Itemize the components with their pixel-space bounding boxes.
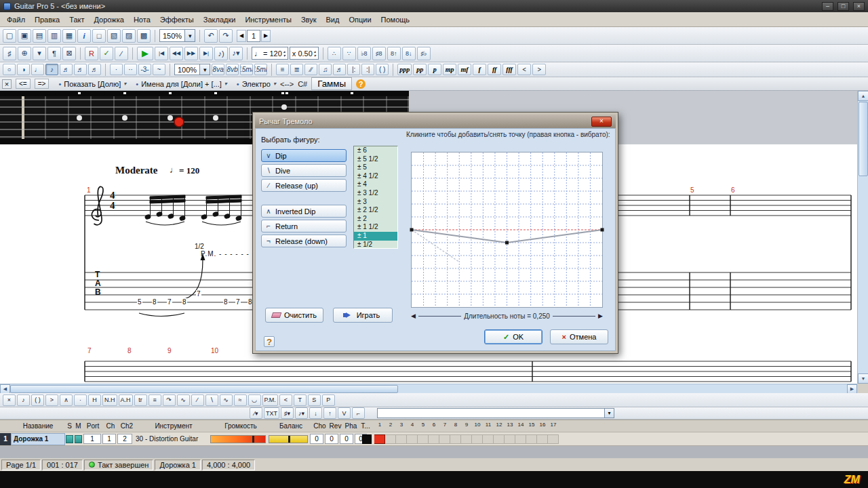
insert-arrows-button[interactable]: <-->	[280, 80, 294, 88]
new-button[interactable]: ▢	[3, 29, 16, 43]
bar-number-label[interactable]: 6	[429, 422, 439, 428]
electro-button[interactable]: • Электро ▾	[237, 80, 276, 88]
menu-item[interactable]: Помощь	[376, 14, 415, 26]
fx-grace-button[interactable]: ♪	[17, 394, 30, 406]
solo-toggle[interactable]	[66, 435, 73, 443]
bar-cell[interactable]	[439, 434, 450, 444]
menu-item[interactable]: Инструменты	[240, 14, 296, 26]
fx-accent-button[interactable]: >	[45, 394, 58, 406]
bar-cell[interactable]	[407, 434, 418, 444]
duration-eighth-button[interactable]: ♪	[45, 64, 58, 75]
amplitude-list[interactable]: ± 6± 5 1/2± 5± 4 1/2± 4± 3 1/2± 3± 2 1/2…	[353, 146, 398, 249]
phaser-value[interactable]: 0	[340, 434, 353, 444]
flat8-button[interactable]: ♭8	[357, 47, 371, 60]
amplitude-item[interactable]: ± 4 1/2	[354, 172, 397, 181]
slash-notation-button[interactable]: ∕∕	[304, 64, 317, 75]
bar-number-label[interactable]: 5	[418, 422, 429, 428]
duration-left-arrow[interactable]: ◀	[411, 312, 416, 319]
bar-number-label[interactable]: 1	[374, 422, 385, 428]
scroll-left-arrow[interactable]: ◀	[0, 384, 10, 394]
fx-staccato-button[interactable]: ·	[74, 394, 87, 406]
channel-value[interactable]: 1	[102, 434, 116, 444]
channel2-value[interactable]: 2	[117, 434, 132, 444]
figure-release-down-button[interactable]: ¬Release (down)	[261, 235, 347, 247]
open-button[interactable]: ▣	[18, 29, 31, 43]
octave-up-button[interactable]: 8↑	[387, 47, 401, 60]
scroll-down-arrow[interactable]: ▼	[858, 373, 868, 384]
amplitude-item[interactable]: ± 2 1/2	[354, 206, 397, 215]
fx-stroke-down-button[interactable]: ↓	[309, 407, 322, 419]
amplitude-item[interactable]: ± 2	[354, 215, 397, 224]
tuplet-button[interactable]: -3-	[138, 64, 151, 75]
menu-item[interactable]: Правка	[30, 14, 64, 26]
chevron-down-icon[interactable]: ▾	[604, 409, 614, 418]
amplitude-item[interactable]: ± 3	[354, 198, 397, 207]
multiplier-down-arrow[interactable]: ▾	[314, 54, 316, 58]
menu-item[interactable]: Такт	[64, 14, 89, 26]
duration-quarter-button[interactable]: ♩	[31, 64, 44, 75]
history-forward-button[interactable]: =>	[35, 79, 50, 89]
bar-cell[interactable]	[472, 434, 483, 444]
scroll-right-arrow[interactable]: ▶	[847, 384, 857, 394]
figure-dive-button[interactable]: ∖Dive	[261, 164, 347, 177]
bar-cell[interactable]	[396, 434, 407, 444]
save-button[interactable]: ▤	[33, 29, 46, 43]
fx-chord-diagram-button[interactable]: ♯▾	[281, 407, 294, 419]
fx-vibrato-button[interactable]: ∿	[220, 394, 233, 406]
prev-bar-button[interactable]: ◀◀	[170, 47, 183, 60]
bar-cell[interactable]	[418, 434, 429, 444]
fx-slide-menu-button[interactable]: ∕▾	[250, 407, 262, 419]
track-row[interactable]: 1 Дорожка 1 1 1 2 30 - Distortion Guitar…	[0, 432, 868, 446]
bar-cell[interactable]	[385, 434, 396, 444]
amplitude-item[interactable]: ± 4	[354, 180, 397, 189]
panel-close-button[interactable]: ×	[2, 79, 12, 89]
mixer-column-header[interactable]: Инструмент	[136, 420, 212, 432]
tempo-multiplier-box[interactable]: x 0.50 ▴▾	[290, 47, 319, 60]
bar-number-label[interactable]: 8	[450, 422, 461, 428]
mixer-column-header[interactable]: Cho	[312, 420, 328, 432]
ok-button[interactable]: ✓ OK	[484, 329, 542, 344]
figure-dip-button[interactable]: ∨Dip	[261, 149, 347, 162]
figure-inverted-dip-button[interactable]: ∧Inverted Dip	[261, 205, 347, 218]
play-button[interactable]: ▶	[137, 47, 153, 60]
bar-number-label[interactable]: 2	[385, 422, 396, 428]
menu-item[interactable]: Вид	[321, 14, 344, 26]
zoom-select[interactable]: 150% ▾	[159, 29, 195, 42]
horizontal-scrollbar[interactable]: ◀ ▶	[0, 384, 857, 393]
tab-note[interactable]: 5	[137, 298, 142, 306]
mixer-column-header[interactable]: Ch	[103, 420, 118, 432]
menu-item[interactable]: Опции	[344, 14, 376, 26]
fx-trill-button[interactable]: tr	[134, 394, 147, 406]
duration-right-arrow[interactable]: ▶	[598, 312, 603, 319]
fx-hammer-button[interactable]: H	[88, 394, 101, 406]
fx-stroke-up-button[interactable]: ↑	[323, 407, 336, 419]
tempo-down-arrow[interactable]: ▾	[283, 54, 285, 58]
tab-note[interactable]: 7	[167, 298, 172, 306]
octave-15ma-button[interactable]: 15ma	[240, 64, 253, 75]
menu-item[interactable]: Дорожка	[90, 14, 129, 26]
fx-note-menu-button[interactable]: ♪▾	[295, 407, 308, 419]
first-bar-button[interactable]: |◀	[155, 47, 168, 60]
history-back-button[interactable]: <=	[16, 79, 31, 89]
cancel-button[interactable]: × Отмена	[550, 329, 608, 344]
instrument-select[interactable]: 30 - Distortion Guitar	[133, 434, 209, 444]
instrument-panel-button[interactable]: ▩	[137, 29, 151, 43]
mixer-column-header[interactable]: Баланс	[270, 420, 312, 432]
fx-popping-button[interactable]: P	[322, 394, 335, 406]
track-view-button[interactable]: ▧	[107, 29, 121, 43]
dialog-close-button[interactable]: ×	[591, 117, 612, 127]
menu-item[interactable]: Закладки	[199, 14, 241, 26]
fx-natural-harmonic-button[interactable]: N.H	[102, 394, 117, 406]
tab-note[interactable]: 8	[223, 298, 229, 306]
fx-palm-mute-button[interactable]: P.M.	[262, 394, 278, 406]
fx-text-button[interactable]: TXT	[264, 407, 279, 419]
amplitude-item[interactable]: ± 1/2	[354, 241, 397, 249]
volume-button[interactable]: ♪)	[214, 47, 228, 60]
parens-button[interactable]: ( )	[376, 64, 389, 75]
fx-let-ring-button[interactable]: ◡	[248, 394, 261, 406]
dynamic-fff-button[interactable]: fff	[502, 64, 516, 75]
print-preview-button[interactable]: ▦	[62, 29, 76, 43]
balance-slider[interactable]	[269, 435, 308, 443]
rse-button[interactable]: R	[85, 47, 98, 60]
marker-insert-button[interactable]: ¶	[47, 47, 61, 60]
